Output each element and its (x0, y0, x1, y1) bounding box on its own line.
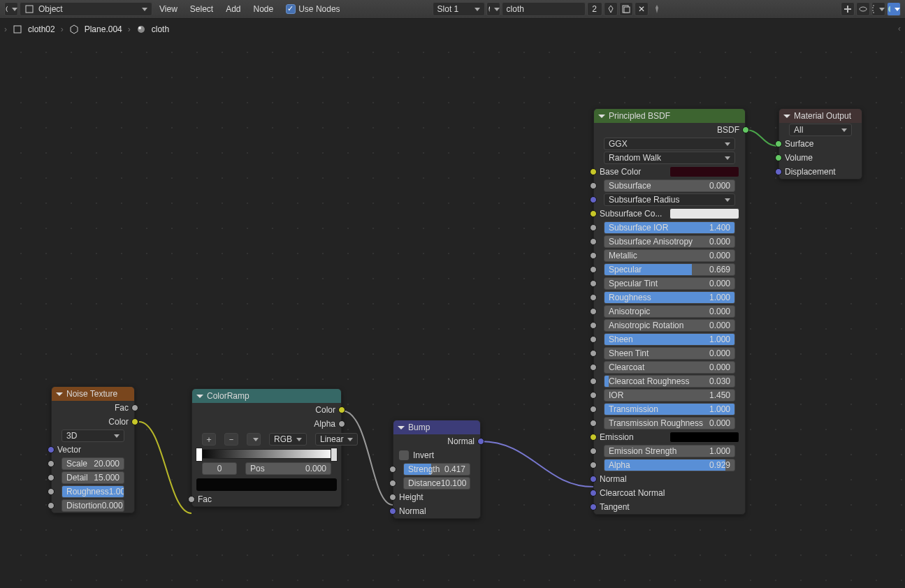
node-bump[interactable]: Bump Normal Invert Strength0.417 Distanc… (393, 420, 481, 519)
param-slider[interactable]: Distortion0.000 (61, 499, 124, 512)
breadcrumb: › cloth02 › Plane.004 › cloth › (0, 19, 905, 40)
sss-color-swatch[interactable] (669, 208, 739, 219)
node-principled-bsdf[interactable]: Principled BSDF BSDF GGX Random Walk Bas… (593, 108, 746, 515)
param-slider[interactable]: Sheen Tint0.000 (604, 347, 735, 360)
stop-index[interactable]: 0 (202, 462, 237, 475)
gradient-editor[interactable] (196, 449, 337, 459)
socket-normal-in: Normal (399, 506, 426, 516)
svg-rect-12 (14, 26, 21, 33)
strength-slider[interactable]: Strength0.417 (403, 463, 470, 476)
socket-normal: Normal (447, 436, 475, 446)
node-title[interactable]: Noise Texture (52, 387, 134, 401)
chevron-left-icon[interactable]: › (898, 24, 901, 34)
param-slider[interactable]: Specular0.669 (604, 263, 735, 276)
socket-fac: Fac (115, 403, 129, 413)
param-slider[interactable]: Emission Strength1.000 (604, 445, 735, 457)
emission-swatch[interactable] (669, 432, 739, 443)
svg-point-14 (138, 27, 141, 29)
editor-type-icon[interactable] (4, 2, 18, 16)
node-title[interactable]: Principled BSDF (594, 109, 745, 123)
param-slider[interactable]: Roughness1.000 (604, 291, 735, 304)
slot-select[interactable]: Slot 1 (433, 2, 485, 16)
menu-add[interactable]: Add (220, 4, 246, 14)
color-stop[interactable] (331, 448, 338, 462)
crumb-scene[interactable]: cloth02 (28, 24, 55, 34)
sss-radius[interactable]: Subsurface Radius (604, 193, 735, 206)
overlay-icon[interactable] (841, 2, 855, 16)
param-slider[interactable]: Transmission1.000 (604, 403, 735, 416)
node-title[interactable]: Bump (393, 420, 480, 434)
chevron-icon: › (4, 24, 7, 34)
param-slider[interactable]: Anisotropic Rotation0.000 (604, 319, 735, 332)
material-browse-icon[interactable] (486, 2, 500, 16)
shading-icon[interactable] (887, 2, 901, 16)
param-slider[interactable]: Alpha0.929 (604, 459, 735, 471)
chevron-icon: › (61, 24, 64, 34)
material-name-field[interactable]: cloth (502, 2, 586, 16)
use-nodes-label: Use Nodes (298, 4, 340, 14)
param-slider[interactable]: Subsurface0.000 (604, 179, 735, 192)
node-color-ramp[interactable]: ColorRamp Color Alpha ＋ － RGB Linear 0 P… (191, 388, 342, 507)
new-material-icon[interactable] (619, 2, 633, 16)
color-mode-select[interactable]: RGB (269, 433, 307, 446)
stop-position[interactable]: Pos0.000 (245, 462, 331, 475)
crumb-material[interactable]: cloth (152, 24, 169, 34)
users-count[interactable]: 2 (587, 2, 602, 16)
invert-label: Invert (413, 450, 434, 460)
crumb-object[interactable]: Plane.004 (85, 24, 122, 34)
material-icon (136, 24, 146, 34)
interaction-mode-select[interactable]: Object (20, 2, 152, 16)
remove-stop-button[interactable]: － (224, 433, 238, 446)
flip-button[interactable] (247, 433, 261, 446)
interpolation-select[interactable]: Linear (315, 433, 358, 446)
node-noise-texture[interactable]: Noise Texture Fac Color 3D Vector Scale2… (51, 386, 135, 513)
param-slider[interactable]: Transmission Roughness0.000 (604, 417, 735, 429)
sss-method-select[interactable]: Random Walk (604, 152, 735, 164)
socket-alpha: Alpha (314, 419, 335, 429)
target-select[interactable]: All (789, 124, 852, 136)
backdrop-icon[interactable] (856, 2, 870, 16)
distance-slider[interactable]: Distance10.100 (403, 477, 470, 490)
base-color-label: Base Color (600, 167, 641, 177)
socket-height: Height (399, 492, 423, 502)
menu-node[interactable]: Node (248, 4, 280, 14)
base-color-swatch[interactable] (669, 166, 739, 177)
node-material-output[interactable]: Material Output All Surface Volume Displ… (779, 108, 862, 179)
emission-label: Emission (600, 432, 634, 442)
param-slider[interactable]: Sheen1.000 (604, 333, 735, 346)
menu-select[interactable]: Select (184, 4, 219, 14)
svg-point-9 (860, 7, 867, 11)
svg-point-13 (138, 26, 145, 33)
param-slider[interactable]: Roughness1.000 (61, 485, 124, 498)
param-slider[interactable]: Clearcoat Roughness0.030 (604, 375, 735, 388)
snap-icon[interactable] (871, 2, 885, 16)
param-slider[interactable]: Anisotropic0.000 (604, 305, 735, 318)
dimensions-select[interactable]: 3D (61, 429, 124, 442)
socket-normal: Normal (600, 474, 627, 484)
fake-user-icon[interactable] (604, 2, 618, 16)
param-slider[interactable]: IOR1.450 (604, 389, 735, 402)
param-slider[interactable]: Specular Tint0.000 (604, 277, 735, 290)
node-editor-header: Object View Select Add Node Use Nodes Sl… (0, 0, 905, 19)
unlink-icon[interactable]: ✕ (635, 2, 649, 16)
socket-bsdf: BSDF (717, 125, 739, 135)
stop-color-swatch[interactable] (196, 478, 337, 491)
param-slider[interactable]: Clearcoat0.000 (604, 361, 735, 374)
menu-view[interactable]: View (154, 4, 183, 14)
scene-icon (13, 24, 22, 34)
color-stop[interactable] (196, 448, 203, 462)
param-slider[interactable]: Subsurface IOR1.400 (604, 221, 735, 234)
param-slider[interactable]: Scale20.000 (61, 457, 124, 470)
use-nodes-checkbox[interactable] (286, 4, 296, 14)
socket-fac: Fac (198, 494, 212, 504)
pin-icon[interactable] (650, 2, 664, 16)
param-slider[interactable]: Metallic0.000 (604, 249, 735, 262)
node-title[interactable]: ColorRamp (192, 389, 341, 403)
node-title[interactable]: Material Output (779, 109, 862, 123)
param-slider[interactable]: Subsurface Anisotropy0.000 (604, 235, 735, 248)
svg-point-0 (6, 6, 8, 13)
add-stop-button[interactable]: ＋ (202, 433, 216, 446)
invert-checkbox[interactable] (399, 450, 409, 460)
param-slider[interactable]: Detail15.000 (61, 471, 124, 484)
distribution-select[interactable]: GGX (604, 138, 735, 150)
